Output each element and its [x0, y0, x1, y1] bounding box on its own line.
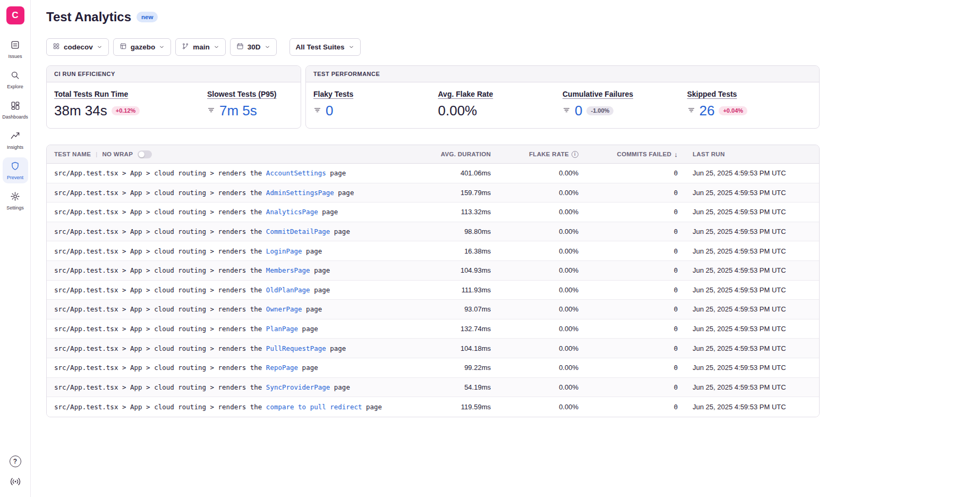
commits-failed-cell: 0 [578, 344, 678, 352]
test-name-cell[interactable]: src/App.test.tsx > App > cloud routing >… [47, 286, 411, 294]
main-content: Test Analytics new codecov gazebo [31, 0, 980, 497]
metric-label-link[interactable]: Skipped Tests [687, 90, 737, 98]
table-row[interactable]: src/App.test.tsx > App > cloud routing >… [47, 164, 819, 183]
table-row[interactable]: src/App.test.tsx > App > cloud routing >… [47, 378, 819, 398]
info-icon[interactable]: i [572, 151, 578, 158]
col-avg-duration[interactable]: AVG. DURATION [411, 151, 491, 157]
table-row[interactable]: src/App.test.tsx > App > cloud routing >… [47, 261, 819, 281]
table-row[interactable]: src/App.test.tsx > App > cloud routing >… [47, 183, 819, 203]
filter-lines-icon [563, 106, 570, 116]
table-row[interactable]: src/App.test.tsx > App > cloud routing >… [47, 281, 819, 300]
col-commits-failed-label: COMMITS FAILED [617, 151, 672, 157]
test-name-cell[interactable]: src/App.test.tsx > App > cloud routing >… [47, 169, 411, 177]
commits-failed-cell: 0 [578, 169, 678, 177]
test-name-cell[interactable]: src/App.test.tsx > App > cloud routing >… [47, 208, 411, 216]
commits-failed-cell: 0 [578, 403, 678, 411]
table-row[interactable]: src/App.test.tsx > App > cloud routing >… [47, 300, 819, 319]
flake-rate-cell: 0.00% [491, 189, 578, 197]
metric-label-link[interactable]: Total Tests Run Time [54, 90, 128, 98]
col-last-run[interactable]: LAST RUN [678, 151, 819, 157]
table-row[interactable]: src/App.test.tsx > App > cloud routing >… [47, 358, 819, 378]
metric-avg-flake-rate: Avg. Flake Rate 0.00% [438, 90, 563, 117]
avg-duration-cell: 99.22ms [411, 364, 491, 372]
org-avatar[interactable]: C [6, 6, 24, 24]
filter-lines-icon [313, 106, 321, 116]
org-dropdown[interactable]: codecov [46, 38, 109, 56]
last-run-cell: Jun 25, 2025 4:59:53 PM UTC [678, 403, 819, 411]
metric-flaky-tests: Flaky Tests 0 [313, 90, 438, 117]
chevron-down-icon [97, 44, 103, 50]
commits-failed-cell: 0 [578, 286, 678, 294]
flake-rate-cell: 0.00% [491, 247, 578, 255]
metric-value[interactable]: 0 [575, 104, 582, 117]
metric-value[interactable]: 7m 5s [219, 104, 257, 117]
sidebar-item-settings[interactable]: Settings [3, 188, 28, 214]
table-row[interactable]: src/App.test.tsx > App > cloud routing >… [47, 203, 819, 222]
test-name-cell[interactable]: src/App.test.tsx > App > cloud routing >… [47, 344, 411, 352]
metric-cumulative-failures: Cumulative Failures 0 -1.00% [563, 90, 687, 117]
metric-value[interactable]: 0 [326, 104, 333, 117]
table-body: src/App.test.tsx > App > cloud routing >… [47, 164, 819, 417]
sidebar-item-dashboards[interactable]: Dashboards [3, 97, 28, 123]
metric-label-link[interactable]: Avg. Flake Rate [438, 90, 493, 98]
help-icon[interactable]: ? [10, 456, 21, 467]
sidebar-item-label: Explore [7, 85, 23, 89]
test-name-cell[interactable]: src/App.test.tsx > App > cloud routing >… [47, 189, 411, 197]
table-row[interactable]: src/App.test.tsx > App > cloud routing >… [47, 397, 819, 417]
ci-run-efficiency-card: CI RUN EFFICIENCY Total Tests Run Time 3… [46, 65, 301, 129]
commits-failed-cell: 0 [578, 247, 678, 255]
branch-dropdown[interactable]: main [175, 38, 226, 56]
col-flake-rate[interactable]: FLAKE RATE i [491, 151, 578, 158]
summary-cards: CI RUN EFFICIENCY Total Tests Run Time 3… [46, 65, 820, 129]
table-row[interactable]: src/App.test.tsx > App > cloud routing >… [47, 241, 819, 261]
col-test-name[interactable]: TEST NAME [54, 151, 91, 157]
broadcast-icon[interactable] [10, 476, 21, 490]
col-last-run-label: LAST RUN [693, 151, 725, 157]
test-name-cell[interactable]: src/App.test.tsx > App > cloud routing >… [47, 228, 411, 235]
test-name-cell[interactable]: src/App.test.tsx > App > cloud routing >… [47, 305, 411, 313]
test-name-cell[interactable]: src/App.test.tsx > App > cloud routing >… [47, 325, 411, 333]
table-row[interactable]: src/App.test.tsx > App > cloud routing >… [47, 339, 819, 358]
col-flake-rate-label: FLAKE RATE [529, 151, 569, 157]
filter-lines-icon [207, 106, 215, 116]
metric-label-link[interactable]: Slowest Tests (P95) [207, 90, 276, 98]
sidebar-item-insights[interactable]: Insights [3, 127, 28, 153]
sidebar-item-explore[interactable]: Explore [3, 66, 28, 92]
table-row[interactable]: src/App.test.tsx > App > cloud routing >… [47, 319, 819, 339]
tests-table: TEST NAME | NO WRAP AVG. DURATION FLAKE … [46, 145, 820, 417]
sidebar-item-label: Prevent [7, 175, 23, 180]
test-suites-dropdown-label: All Test Suites [296, 43, 345, 51]
table-row[interactable]: src/App.test.tsx > App > cloud routing >… [47, 222, 819, 242]
metric-label-link[interactable]: Flaky Tests [313, 90, 353, 98]
metric-value[interactable]: 26 [700, 104, 715, 117]
chevron-down-icon [159, 44, 165, 50]
test-name-cell[interactable]: src/App.test.tsx > App > cloud routing >… [47, 247, 411, 255]
no-wrap-toggle[interactable] [138, 150, 152, 158]
chevron-down-icon [214, 44, 219, 50]
test-name-cell[interactable]: src/App.test.tsx > App > cloud routing >… [47, 383, 411, 391]
metric-label-link[interactable]: Cumulative Failures [563, 90, 633, 98]
commits-failed-cell: 0 [578, 383, 678, 391]
org-icon [53, 43, 60, 52]
date-range-dropdown[interactable]: 30D [230, 38, 277, 56]
branch-icon [182, 43, 189, 52]
col-commits-failed[interactable]: COMMITS FAILED ↓ [578, 150, 678, 158]
test-suites-dropdown[interactable]: All Test Suites [289, 38, 361, 56]
sidebar-item-issues[interactable]: Issues [3, 36, 28, 62]
last-run-cell: Jun 25, 2025 4:59:53 PM UTC [678, 228, 819, 235]
new-badge: new [137, 12, 158, 22]
test-name-cell[interactable]: src/App.test.tsx > App > cloud routing >… [47, 266, 411, 274]
last-run-cell: Jun 25, 2025 4:59:53 PM UTC [678, 208, 819, 216]
flake-rate-cell: 0.00% [491, 305, 578, 313]
search-icon [10, 70, 20, 82]
commits-failed-cell: 0 [578, 266, 678, 274]
test-name-cell[interactable]: src/App.test.tsx > App > cloud routing >… [47, 364, 411, 372]
last-run-cell: Jun 25, 2025 4:59:53 PM UTC [678, 247, 819, 255]
sidebar-item-prevent[interactable]: Prevent [3, 157, 28, 183]
test-name-cell[interactable]: src/App.test.tsx > App > cloud routing >… [47, 403, 411, 411]
test-performance-card: TEST PERFORMANCE Flaky Tests 0 [305, 65, 820, 129]
sort-desc-icon[interactable]: ↓ [674, 150, 678, 158]
repo-dropdown[interactable]: gazebo [113, 38, 172, 56]
commits-failed-cell: 0 [578, 364, 678, 372]
avg-duration-cell: 16.38ms [411, 247, 491, 255]
